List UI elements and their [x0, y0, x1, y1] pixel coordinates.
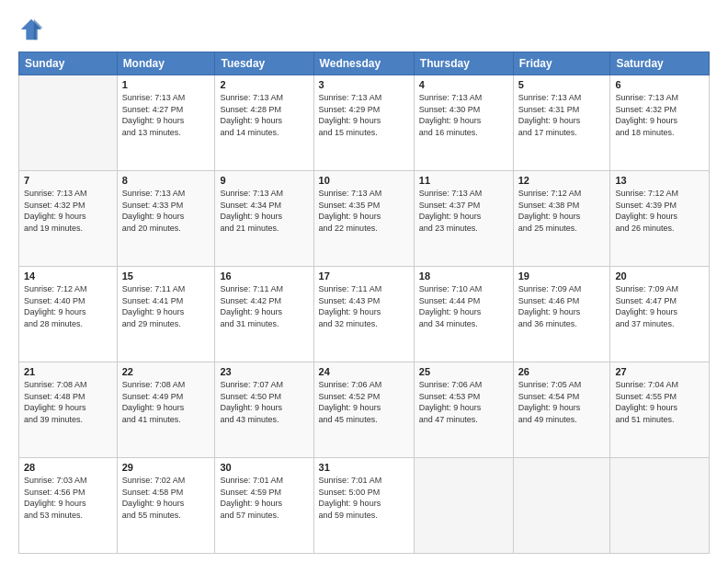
day-number: 22	[122, 366, 210, 377]
calendar-cell: 12Sunrise: 7:12 AM Sunset: 4:38 PM Dayli…	[513, 171, 610, 267]
day-number: 10	[319, 175, 409, 186]
day-number: 6	[615, 79, 704, 90]
cell-content: Sunrise: 7:10 AM Sunset: 4:44 PM Dayligh…	[419, 283, 508, 329]
calendar-week-row: 28Sunrise: 7:03 AM Sunset: 4:56 PM Dayli…	[19, 458, 710, 554]
svg-marker-0	[21, 19, 41, 40]
logo-icon	[18, 17, 44, 42]
cell-content: Sunrise: 7:13 AM Sunset: 4:28 PM Dayligh…	[220, 92, 308, 138]
cell-content: Sunrise: 7:02 AM Sunset: 4:58 PM Dayligh…	[122, 475, 210, 521]
cell-content: Sunrise: 7:11 AM Sunset: 4:41 PM Dayligh…	[122, 283, 210, 329]
day-number: 4	[419, 79, 508, 90]
calendar-cell	[414, 458, 513, 554]
logo	[18, 17, 48, 42]
cell-content: Sunrise: 7:13 AM Sunset: 4:27 PM Dayligh…	[122, 92, 210, 138]
day-number: 19	[518, 270, 606, 282]
calendar-cell: 7Sunrise: 7:13 AM Sunset: 4:32 PM Daylig…	[19, 171, 118, 267]
calendar-cell: 27Sunrise: 7:04 AM Sunset: 4:55 PM Dayli…	[610, 362, 710, 458]
calendar-cell: 5Sunrise: 7:13 AM Sunset: 4:31 PM Daylig…	[513, 75, 610, 171]
cell-content: Sunrise: 7:05 AM Sunset: 4:54 PM Dayligh…	[518, 379, 606, 425]
calendar-cell: 25Sunrise: 7:06 AM Sunset: 4:53 PM Dayli…	[414, 362, 513, 458]
weekday-header: Wednesday	[313, 52, 414, 75]
calendar-cell: 30Sunrise: 7:01 AM Sunset: 4:59 PM Dayli…	[215, 458, 313, 554]
calendar-cell: 16Sunrise: 7:11 AM Sunset: 4:42 PM Dayli…	[215, 267, 313, 362]
calendar-cell: 1Sunrise: 7:13 AM Sunset: 4:27 PM Daylig…	[117, 75, 215, 171]
day-number: 7	[24, 175, 112, 186]
weekday-header: Sunday	[19, 52, 118, 75]
calendar-cell: 9Sunrise: 7:13 AM Sunset: 4:34 PM Daylig…	[215, 171, 313, 267]
calendar-cell: 24Sunrise: 7:06 AM Sunset: 4:52 PM Dayli…	[313, 362, 414, 458]
calendar-week-row: 1Sunrise: 7:13 AM Sunset: 4:27 PM Daylig…	[19, 75, 710, 171]
day-number: 12	[518, 175, 606, 186]
calendar-cell: 28Sunrise: 7:03 AM Sunset: 4:56 PM Dayli…	[19, 458, 118, 554]
calendar-cell: 19Sunrise: 7:09 AM Sunset: 4:46 PM Dayli…	[513, 267, 610, 362]
calendar-week-row: 7Sunrise: 7:13 AM Sunset: 4:32 PM Daylig…	[19, 171, 710, 267]
calendar-cell: 18Sunrise: 7:10 AM Sunset: 4:44 PM Dayli…	[414, 267, 513, 362]
cell-content: Sunrise: 7:13 AM Sunset: 4:37 PM Dayligh…	[419, 188, 508, 234]
cell-content: Sunrise: 7:09 AM Sunset: 4:47 PM Dayligh…	[615, 283, 704, 329]
calendar-week-row: 14Sunrise: 7:12 AM Sunset: 4:40 PM Dayli…	[19, 267, 710, 362]
cell-content: Sunrise: 7:08 AM Sunset: 4:48 PM Dayligh…	[24, 379, 112, 425]
day-number: 26	[518, 366, 606, 377]
day-number: 5	[518, 79, 606, 90]
day-number: 18	[419, 270, 508, 282]
cell-content: Sunrise: 7:06 AM Sunset: 4:53 PM Dayligh…	[419, 379, 508, 425]
cell-content: Sunrise: 7:12 AM Sunset: 4:40 PM Dayligh…	[24, 283, 112, 329]
calendar-cell: 13Sunrise: 7:12 AM Sunset: 4:39 PM Dayli…	[610, 171, 710, 267]
weekday-header: Monday	[117, 52, 215, 75]
day-number: 2	[220, 79, 308, 90]
cell-content: Sunrise: 7:03 AM Sunset: 4:56 PM Dayligh…	[24, 475, 112, 521]
header	[18, 17, 710, 42]
calendar-cell: 26Sunrise: 7:05 AM Sunset: 4:54 PM Dayli…	[513, 362, 610, 458]
cell-content: Sunrise: 7:12 AM Sunset: 4:39 PM Dayligh…	[615, 188, 704, 234]
calendar-cell: 15Sunrise: 7:11 AM Sunset: 4:41 PM Dayli…	[117, 267, 215, 362]
calendar-cell	[513, 458, 610, 554]
calendar-header-row: SundayMondayTuesdayWednesdayThursdayFrid…	[19, 52, 710, 75]
cell-content: Sunrise: 7:13 AM Sunset: 4:33 PM Dayligh…	[122, 188, 210, 234]
day-number: 16	[220, 270, 308, 282]
day-number: 13	[615, 175, 704, 186]
weekday-header: Thursday	[414, 52, 513, 75]
cell-content: Sunrise: 7:12 AM Sunset: 4:38 PM Dayligh…	[518, 188, 606, 234]
calendar-body: 1Sunrise: 7:13 AM Sunset: 4:27 PM Daylig…	[19, 75, 710, 554]
calendar-table: SundayMondayTuesdayWednesdayThursdayFrid…	[18, 52, 710, 554]
cell-content: Sunrise: 7:06 AM Sunset: 4:52 PM Dayligh…	[319, 379, 409, 425]
cell-content: Sunrise: 7:01 AM Sunset: 4:59 PM Dayligh…	[220, 475, 308, 521]
day-number: 23	[220, 366, 308, 377]
calendar-cell: 10Sunrise: 7:13 AM Sunset: 4:35 PM Dayli…	[313, 171, 414, 267]
calendar-cell: 17Sunrise: 7:11 AM Sunset: 4:43 PM Dayli…	[313, 267, 414, 362]
day-number: 8	[122, 175, 210, 186]
cell-content: Sunrise: 7:13 AM Sunset: 4:31 PM Dayligh…	[518, 92, 606, 138]
day-number: 15	[122, 270, 210, 282]
cell-content: Sunrise: 7:13 AM Sunset: 4:35 PM Dayligh…	[319, 188, 409, 234]
cell-content: Sunrise: 7:13 AM Sunset: 4:32 PM Dayligh…	[615, 92, 704, 138]
day-number: 1	[122, 79, 210, 90]
calendar-cell: 3Sunrise: 7:13 AM Sunset: 4:29 PM Daylig…	[313, 75, 414, 171]
calendar-cell: 6Sunrise: 7:13 AM Sunset: 4:32 PM Daylig…	[610, 75, 710, 171]
cell-content: Sunrise: 7:11 AM Sunset: 4:43 PM Dayligh…	[319, 283, 409, 329]
cell-content: Sunrise: 7:11 AM Sunset: 4:42 PM Dayligh…	[220, 283, 308, 329]
day-number: 29	[122, 462, 210, 473]
calendar-cell: 11Sunrise: 7:13 AM Sunset: 4:37 PM Dayli…	[414, 171, 513, 267]
cell-content: Sunrise: 7:13 AM Sunset: 4:29 PM Dayligh…	[319, 92, 409, 138]
cell-content: Sunrise: 7:07 AM Sunset: 4:50 PM Dayligh…	[220, 379, 308, 425]
calendar-cell	[610, 458, 710, 554]
cell-content: Sunrise: 7:04 AM Sunset: 4:55 PM Dayligh…	[615, 379, 704, 425]
calendar-cell: 22Sunrise: 7:08 AM Sunset: 4:49 PM Dayli…	[117, 362, 215, 458]
calendar-cell	[19, 75, 118, 171]
cell-content: Sunrise: 7:13 AM Sunset: 4:32 PM Dayligh…	[24, 188, 112, 234]
calendar-cell: 23Sunrise: 7:07 AM Sunset: 4:50 PM Dayli…	[215, 362, 313, 458]
day-number: 27	[615, 366, 704, 377]
day-number: 24	[319, 366, 409, 377]
weekday-header: Saturday	[610, 52, 710, 75]
day-number: 31	[319, 462, 409, 473]
calendar-cell: 29Sunrise: 7:02 AM Sunset: 4:58 PM Dayli…	[117, 458, 215, 554]
cell-content: Sunrise: 7:09 AM Sunset: 4:46 PM Dayligh…	[518, 283, 606, 329]
weekday-header: Friday	[513, 52, 610, 75]
calendar-cell: 20Sunrise: 7:09 AM Sunset: 4:47 PM Dayli…	[610, 267, 710, 362]
cell-content: Sunrise: 7:13 AM Sunset: 4:30 PM Dayligh…	[419, 92, 508, 138]
day-number: 30	[220, 462, 308, 473]
day-number: 14	[24, 270, 112, 282]
cell-content: Sunrise: 7:01 AM Sunset: 5:00 PM Dayligh…	[319, 475, 409, 521]
calendar-cell: 8Sunrise: 7:13 AM Sunset: 4:33 PM Daylig…	[117, 171, 215, 267]
calendar-cell: 2Sunrise: 7:13 AM Sunset: 4:28 PM Daylig…	[215, 75, 313, 171]
